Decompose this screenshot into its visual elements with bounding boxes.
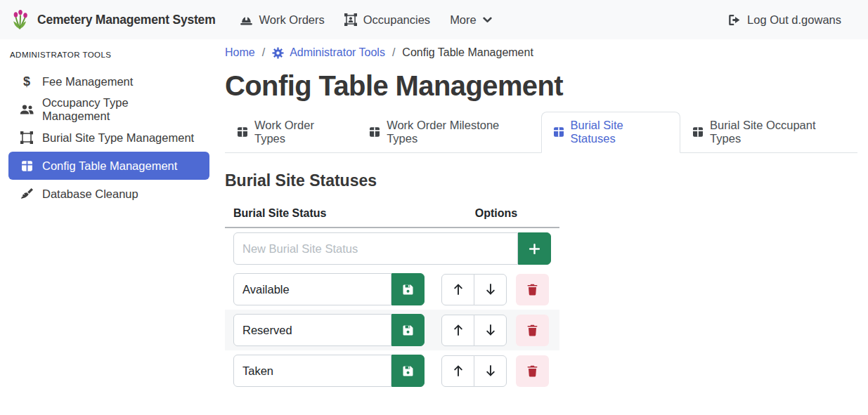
- sidebar-item-fee-management[interactable]: $ Fee Management: [8, 67, 209, 95]
- breadcrumb-admin-tools-label: Administrator Tools: [290, 46, 385, 59]
- main-content: Home / Administrator Tools / Config: [215, 39, 868, 391]
- sidebar-item-occupancy-type-management[interactable]: Occupancy Type Management: [8, 95, 209, 124]
- nav-links: Work Orders Occupancies More: [230, 13, 502, 27]
- sidebar-item-label: Fee Management: [42, 75, 133, 88]
- page-title: Config Table Management: [225, 70, 857, 102]
- logout-link[interactable]: Log Out d.gowans: [718, 13, 851, 27]
- new-status-row: [225, 228, 559, 269]
- status-row: [225, 269, 559, 310]
- vector-square-icon: [20, 131, 34, 144]
- add-status-button[interactable]: [518, 232, 551, 265]
- move-down-button[interactable]: [474, 355, 507, 387]
- brand-title: Cemetery Management System: [37, 13, 216, 27]
- tab-label: Burial Site Statuses: [571, 119, 669, 145]
- people-icon: [20, 104, 34, 115]
- breadcrumb-admin-tools-link[interactable]: Administrator Tools: [272, 46, 385, 59]
- table-icon: [369, 126, 380, 138]
- brand[interactable]: Cemetery Management System: [10, 8, 216, 31]
- sidebar-item-database-cleanup[interactable]: Database Cleanup: [8, 180, 209, 208]
- save-icon: [402, 324, 414, 336]
- tab-label: Work Order Types: [254, 119, 345, 145]
- nav-link-more[interactable]: More: [440, 13, 502, 27]
- broom-icon: [20, 187, 34, 200]
- arrow-down-icon: [485, 364, 496, 377]
- plus-icon: [529, 243, 540, 255]
- occupancy-frame-icon: [344, 13, 357, 26]
- save-status-button[interactable]: [391, 273, 425, 305]
- sidebar: ADMINISTRATOR TOOLS $ Fee Management Occ…: [0, 39, 215, 208]
- reorder-button-group: [441, 315, 507, 346]
- trash-icon: [527, 324, 538, 336]
- sign-out-icon: [727, 14, 741, 26]
- breadcrumb-current: Config Table Management: [402, 46, 533, 59]
- reorder-button-group: [441, 355, 507, 387]
- tab-work-order-milestone-types[interactable]: Work Order Milestone Types: [357, 112, 540, 153]
- reorder-button-group: [441, 274, 507, 305]
- breadcrumb-separator: /: [392, 46, 395, 59]
- nav-link-label: More: [450, 13, 477, 27]
- breadcrumb-separator: /: [262, 46, 265, 59]
- tab-bar: Work Order Types Work Order Milestone Ty…: [225, 112, 857, 153]
- nav-link-occupancies[interactable]: Occupancies: [335, 13, 440, 27]
- arrow-down-icon: [485, 283, 496, 296]
- trash-icon: [527, 365, 538, 377]
- tab-burial-site-statuses[interactable]: Burial Site Statuses: [541, 112, 681, 153]
- arrow-up-icon: [453, 324, 464, 336]
- tab-work-order-types[interactable]: Work Order Types: [225, 112, 357, 153]
- table-icon: [20, 160, 34, 172]
- move-down-button[interactable]: [474, 315, 507, 346]
- status-input[interactable]: [233, 314, 391, 346]
- arrow-up-icon: [453, 364, 464, 377]
- top-navbar: Cemetery Management System Work Orders: [0, 0, 868, 39]
- move-down-button[interactable]: [474, 274, 507, 305]
- move-up-button[interactable]: [441, 274, 474, 305]
- section-heading: Burial Site Statuses: [225, 171, 857, 190]
- arrow-up-icon: [453, 283, 464, 296]
- column-header-options: Options: [433, 202, 559, 228]
- nav-link-work-orders[interactable]: Work Orders: [230, 13, 335, 27]
- table-icon: [692, 126, 704, 138]
- nav-link-label: Occupancies: [363, 13, 430, 27]
- sidebar-item-label: Config Table Management: [42, 159, 177, 173]
- save-icon: [402, 365, 414, 377]
- breadcrumb: Home / Administrator Tools / Config: [225, 46, 857, 59]
- sidebar-item-label: Database Cleanup: [42, 187, 138, 201]
- hard-hat-icon: [240, 14, 253, 26]
- tulips-logo-icon: [10, 8, 31, 31]
- table-header-row: Burial Site Status Options: [225, 202, 559, 228]
- save-status-button[interactable]: [391, 355, 425, 387]
- logout-label: Log Out d.gowans: [747, 13, 841, 27]
- breadcrumb-home-label: Home: [225, 46, 255, 59]
- table-icon: [237, 126, 248, 138]
- sidebar-item-burial-site-type-management[interactable]: Burial Site Type Management: [8, 124, 209, 152]
- sidebar-heading: ADMINISTRATOR TOOLS: [10, 51, 209, 59]
- new-status-input[interactable]: [233, 232, 518, 265]
- status-row: [225, 310, 559, 350]
- save-icon: [402, 284, 414, 296]
- save-status-button[interactable]: [391, 314, 425, 346]
- table-icon: [553, 126, 564, 138]
- sidebar-item-label: Burial Site Type Management: [42, 131, 194, 145]
- trash-icon: [527, 284, 538, 296]
- status-input[interactable]: [233, 273, 391, 305]
- config-table: Burial Site Status Options: [225, 202, 559, 391]
- sidebar-item-config-table-management[interactable]: Config Table Management: [8, 152, 209, 180]
- sidebar-item-label: Occupancy Type Management: [42, 96, 198, 123]
- status-input[interactable]: [233, 355, 391, 387]
- tab-label: Work Order Milestone Types: [387, 119, 529, 145]
- move-up-button[interactable]: [441, 355, 474, 387]
- status-row: [225, 350, 559, 391]
- tab-label: Burial Site Occupant Types: [710, 119, 846, 145]
- chevron-down-icon: [483, 17, 492, 23]
- breadcrumb-home-link[interactable]: Home: [225, 46, 255, 59]
- delete-status-button[interactable]: [516, 315, 549, 346]
- move-up-button[interactable]: [441, 315, 474, 346]
- delete-status-button[interactable]: [516, 355, 549, 387]
- column-header-burial-site-status: Burial Site Status: [225, 202, 433, 228]
- arrow-down-icon: [485, 324, 496, 336]
- delete-status-button[interactable]: [516, 274, 549, 305]
- dollar-icon: $: [20, 75, 34, 88]
- tab-burial-site-occupant-types[interactable]: Burial Site Occupant Types: [680, 112, 857, 153]
- gear-icon: [272, 47, 284, 59]
- nav-link-label: Work Orders: [259, 13, 325, 27]
